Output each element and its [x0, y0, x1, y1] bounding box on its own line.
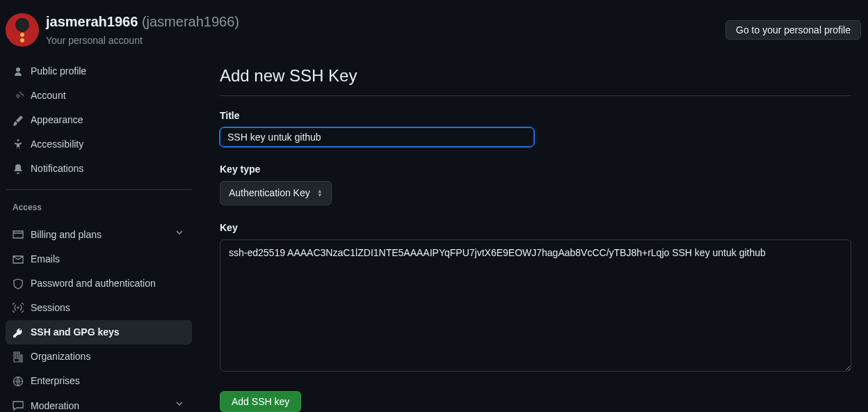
sidebar-item-label: SSH and GPG keys — [31, 325, 120, 340]
sidebar-item-label: Password and authentication — [31, 276, 156, 291]
key-icon — [13, 327, 24, 338]
sidebar-item-moderation[interactable]: Moderation — [6, 393, 192, 412]
broadcast-icon — [13, 303, 24, 314]
brush-icon — [13, 115, 24, 126]
sidebar-item-account[interactable]: Account — [6, 84, 192, 108]
sidebar-item-orgs[interactable]: Organizations — [6, 344, 192, 369]
gear-icon — [13, 90, 24, 102]
keytype-select[interactable]: Authentication Key ▲▼ — [220, 181, 332, 205]
add-ssh-key-button[interactable]: Add SSH key — [220, 391, 301, 412]
select-updown-icon: ▲▼ — [317, 189, 323, 198]
keytype-label: Key type — [220, 162, 851, 177]
card-icon — [13, 229, 24, 240]
avatar[interactable] — [6, 13, 39, 47]
sidebar-item-label: Accessibility — [31, 137, 83, 152]
accessibility-icon — [13, 139, 24, 150]
sidebar-item-label: Appearance — [31, 113, 83, 127]
account-subtitle: Your personal account — [46, 33, 483, 48]
settings-sidebar: Public profileAccountAppearanceAccessibi… — [6, 54, 192, 412]
ssh-title-input[interactable] — [220, 127, 534, 147]
sidebar-item-label: Billing and plans — [31, 228, 102, 242]
sidebar-item-label: Notifications — [31, 161, 83, 176]
sidebar-item-label: Organizations — [31, 349, 90, 364]
display-name: jasmerah1966 — [46, 14, 138, 29]
sidebar-section-access: Access — [6, 198, 192, 216]
sidebar-item-label: Moderation — [31, 399, 79, 413]
chevron-down-icon — [174, 398, 185, 412]
bell-icon — [13, 164, 24, 175]
user-handle: (jasmerah1966) — [142, 14, 239, 29]
page-title: Add new SSH Key — [220, 63, 851, 88]
shield-icon — [13, 278, 24, 290]
key-label: Key — [220, 221, 851, 235]
org-icon — [13, 351, 24, 363]
comment-icon — [13, 400, 24, 411]
title-label: Title — [220, 109, 851, 123]
go-to-profile-button[interactable]: Go to your personal profile — [725, 20, 861, 40]
settings-header: jasmerah1966 (jasmerah1966) Your persona… — [0, 0, 868, 54]
ssh-key-textarea[interactable] — [220, 239, 851, 372]
mail-icon — [13, 254, 24, 265]
sidebar-item-notifications[interactable]: Notifications — [6, 157, 192, 181]
sidebar-item-password[interactable]: Password and authentication — [6, 271, 192, 296]
sidebar-item-enterprises[interactable]: Enterprises — [6, 369, 192, 393]
sidebar-item-label: Public profile — [31, 64, 86, 79]
main-content: Add new SSH Key Title Key type Authentic… — [220, 54, 862, 412]
sidebar-item-label: Emails — [31, 252, 60, 267]
sidebar-item-sessions[interactable]: Sessions — [6, 296, 192, 320]
sidebar-item-accessibility[interactable]: Accessibility — [6, 132, 192, 157]
divider — [220, 95, 851, 96]
person-icon — [13, 66, 24, 77]
globe-icon — [13, 376, 24, 387]
keytype-value: Authentication Key — [229, 186, 310, 200]
sidebar-item-label: Enterprises — [31, 374, 80, 388]
chevron-down-icon — [174, 227, 185, 242]
sidebar-item-appearance[interactable]: Appearance — [6, 108, 192, 132]
sidebar-item-billing[interactable]: Billing and plans — [6, 222, 192, 247]
sidebar-item-label: Account — [31, 88, 66, 103]
sidebar-item-label: Sessions — [31, 301, 70, 315]
sidebar-item-ssh[interactable]: SSH and GPG keys — [6, 320, 192, 344]
sidebar-item-public-profile[interactable]: Public profile — [6, 59, 192, 84]
sidebar-item-emails[interactable]: Emails — [6, 247, 192, 271]
divider — [6, 189, 192, 190]
